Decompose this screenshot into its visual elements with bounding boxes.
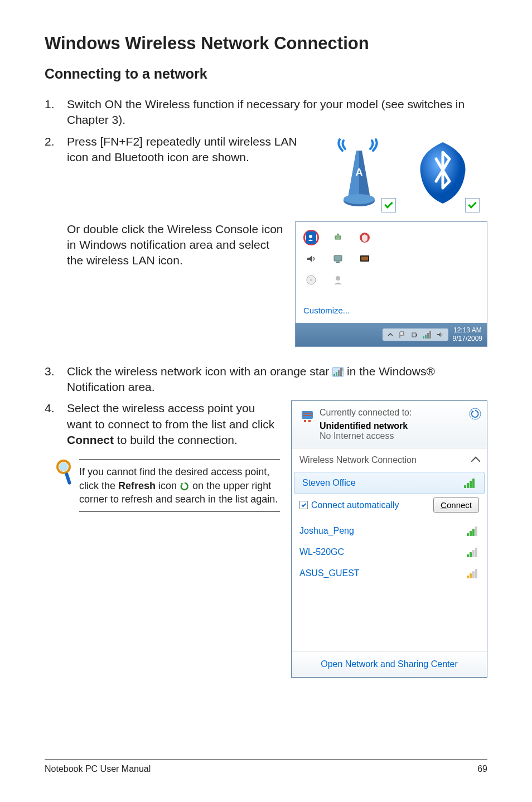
wireless-console-tray-icon[interactable] <box>303 230 319 245</box>
step-number: 4. <box>45 400 67 448</box>
network-item-label: Joshua_Peng <box>299 526 354 536</box>
notification-tray-popup: Customize... 12:13 AM 9/17/2009 <box>295 221 487 347</box>
auto-connect-checkbox[interactable] <box>299 501 308 509</box>
btn-rest: onnect <box>447 500 472 510</box>
svg-point-16 <box>59 462 68 471</box>
step-4: 4. Select the wireless access point you … <box>45 400 280 448</box>
step-2-alt-text: Or double click the Wireless Console ico… <box>45 221 284 347</box>
tip-box: If you cannot find the desired access po… <box>56 459 280 512</box>
step-3: 3. Click the wireless network icon with … <box>45 364 487 395</box>
network-item[interactable]: ASUS_GUEST <box>292 563 487 584</box>
step-number: 2. <box>45 134 67 166</box>
signal-icon <box>467 568 479 578</box>
svg-rect-18 <box>302 411 313 419</box>
svg-point-11 <box>310 279 312 281</box>
monitor-tray-icon[interactable] <box>357 251 373 267</box>
step-2: 2. Press [FN+F2] repeatedly until wirele… <box>45 134 303 166</box>
text-bold: Connect <box>67 433 114 446</box>
svg-point-12 <box>336 276 340 281</box>
flag-icon[interactable] <box>398 331 406 339</box>
volume-icon[interactable] <box>436 331 444 339</box>
svg-rect-6 <box>334 255 342 261</box>
panel-header: Currently connected to: Unidentified net… <box>292 401 487 448</box>
date-text: 9/17/2009 <box>453 335 482 342</box>
network-tray-icon[interactable] <box>330 251 346 267</box>
network-item-selected[interactable]: Steven Office <box>294 472 485 494</box>
chevron-up-icon[interactable] <box>471 457 481 466</box>
refresh-button[interactable] <box>469 408 479 418</box>
page-title: Windows Wireless Network Connection <box>45 33 487 54</box>
taskbar-tray <box>383 328 448 341</box>
signal-icon <box>464 478 476 488</box>
svg-point-4 <box>309 235 312 238</box>
svg-rect-14 <box>416 334 417 336</box>
network-status: No Internet access <box>320 431 412 441</box>
section-header: Wireless Network Connection <box>292 448 487 472</box>
customize-link[interactable]: Customize... <box>296 301 487 323</box>
text-fragment: Click the wireless network icon with an … <box>67 365 332 378</box>
svg-rect-13 <box>412 333 416 337</box>
time-text: 12:13 AM <box>453 326 482 334</box>
wifi-ap-icon: A <box>326 137 393 211</box>
chevron-up-icon[interactable] <box>387 331 394 338</box>
svg-rect-7 <box>336 262 340 263</box>
volume-tray-icon[interactable] <box>303 251 319 267</box>
wireless-icons-illustration: A <box>315 134 487 211</box>
network-item[interactable]: WL-520GC <box>292 542 487 563</box>
step-text: Select the wireless access point you wan… <box>67 400 280 448</box>
footer-right: 69 <box>477 764 487 774</box>
open-sharing-center-link[interactable]: Open Network and Sharing Center <box>292 651 487 677</box>
svg-text:A: A <box>356 167 363 178</box>
footer-left: Notebook PC User Manual <box>45 764 151 774</box>
section-subtitle: Connecting to a network <box>45 66 487 82</box>
network-item-label: WL-520GC <box>299 547 344 557</box>
taskbar: 12:13 AM 9/17/2009 <box>296 323 487 346</box>
network-item-label: ASUS_GUEST <box>299 568 360 578</box>
power-icon[interactable] <box>410 331 418 339</box>
signal-bars-icon[interactable] <box>423 331 432 339</box>
svg-rect-19 <box>304 420 306 422</box>
text-fragment: Select the wireless access point you wan… <box>67 402 274 430</box>
user-tray-icon[interactable] <box>330 272 346 288</box>
btn-underline: C <box>441 500 447 510</box>
tip-text: If you cannot find the desired access po… <box>79 459 280 512</box>
connect-auto-row: Connect automatically Connect <box>292 494 487 520</box>
section-title-text: Wireless Network Connection <box>299 455 417 465</box>
magnifier-tip-icon <box>56 459 74 486</box>
svg-point-1 <box>344 194 375 204</box>
wifi-networks-panel: Currently connected to: Unidentified net… <box>291 400 487 678</box>
text-fragment: to build the connection. <box>114 433 238 446</box>
wireless-star-icon <box>332 367 344 377</box>
network-item[interactable]: Joshua_Peng <box>292 520 487 542</box>
refresh-icon <box>180 481 190 491</box>
step-text: Switch ON the Wireless function if neces… <box>67 96 487 128</box>
step-number: 3. <box>45 364 67 395</box>
check-indicator <box>381 198 396 212</box>
step-text: Press [FN+F2] repeatedly until wireless … <box>67 134 303 166</box>
taskbar-clock[interactable]: 12:13 AM 9/17/2009 <box>453 326 482 342</box>
update-tray-icon[interactable] <box>330 230 346 245</box>
text-bold: Refresh <box>118 480 156 491</box>
step-text: Click the wireless network icon with an … <box>67 364 487 395</box>
disc-tray-icon[interactable] <box>303 272 319 288</box>
svg-rect-17 <box>65 472 72 485</box>
text-fragment: icon <box>156 480 180 491</box>
signal-icon <box>467 526 479 536</box>
currently-connected-label: Currently connected to: <box>320 408 412 418</box>
connect-button[interactable]: Connect <box>433 497 479 513</box>
page-footer: Notebook PC User Manual 69 <box>45 759 487 774</box>
step-number: 1. <box>45 96 67 128</box>
svg-rect-9 <box>361 257 368 260</box>
signal-icon <box>467 547 479 557</box>
network-status-icon <box>299 408 315 427</box>
network-item-label: Steven Office <box>302 478 356 488</box>
svg-rect-20 <box>308 420 311 422</box>
security-tray-icon[interactable] <box>357 230 373 245</box>
bluetooth-icon <box>409 137 476 211</box>
step-1: 1. Switch ON the Wireless function if ne… <box>45 96 487 128</box>
network-name: Unidentified network <box>320 421 412 431</box>
check-indicator <box>465 198 480 212</box>
auto-connect-label: Connect automatically <box>311 500 399 510</box>
